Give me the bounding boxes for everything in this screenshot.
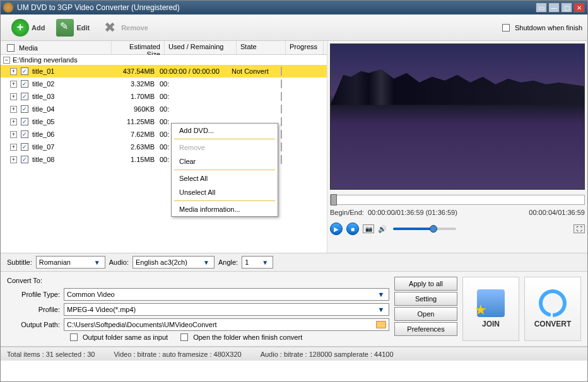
- profile-type-label: Profile Type:: [7, 291, 64, 298]
- timeline-handle[interactable]: [331, 194, 337, 205]
- expand-icon[interactable]: +: [10, 93, 17, 100]
- maximize-button[interactable]: ▢: [561, 3, 572, 13]
- item-title: title_07: [31, 143, 107, 151]
- begin-end-value: 00:00:00/01:36:59 (01:36:59): [368, 209, 457, 216]
- status-video: Video : bitrate : auto framesize : 480X3…: [114, 350, 241, 358]
- options-bar: Subtitle: Romanian▼ Audio: English ac3(2…: [1, 253, 587, 272]
- menu-unselect-all[interactable]: Unselect All: [172, 185, 278, 199]
- item-progress: [281, 67, 319, 75]
- edit-button[interactable]: Edit: [50, 17, 95, 38]
- checkbox-icon[interactable]: ✓: [21, 143, 28, 151]
- window-title: UM DVD to 3GP Video Converter (Unregiste…: [17, 3, 536, 12]
- subtitle-select[interactable]: Romanian▼: [36, 256, 105, 269]
- item-title: title_04: [31, 105, 107, 113]
- audio-label: Audio:: [109, 258, 129, 266]
- close-button[interactable]: ✕: [573, 3, 585, 13]
- item-size: 11.25MB: [107, 118, 160, 125]
- media-header: Media Estimated Size Used / Remaining St…: [1, 41, 327, 55]
- angle-select[interactable]: 1▼: [242, 256, 273, 269]
- media-tree[interactable]: − E:\finding neverlands +✓title_01437.54…: [1, 55, 327, 253]
- item-progress: [281, 80, 319, 88]
- expand-icon[interactable]: +: [10, 144, 17, 151]
- item-size: 3.32MB: [107, 80, 160, 88]
- volume-slider[interactable]: [393, 228, 456, 230]
- chevron-down-icon: ▼: [376, 306, 386, 313]
- apply-all-button[interactable]: Apply to all: [394, 277, 457, 291]
- status-audio: Audio : bitrate : 128000 samplerate : 44…: [261, 350, 394, 358]
- item-title: title_03: [31, 93, 107, 100]
- item-title: title_05: [31, 118, 107, 125]
- col-used[interactable]: Used / Remaining: [165, 41, 237, 54]
- add-button[interactable]: + Add: [6, 17, 50, 38]
- profile-type-select[interactable]: Common Video▼: [64, 288, 389, 301]
- item-progress: [281, 118, 319, 125]
- expand-icon[interactable]: +: [10, 68, 17, 75]
- menu-select-all[interactable]: Select All: [172, 171, 278, 185]
- menu-add-dvd[interactable]: Add DVD...: [172, 124, 278, 137]
- checkbox-icon[interactable]: ✓: [21, 105, 28, 113]
- item-progress: [281, 156, 319, 163]
- item-title: title_01: [31, 67, 107, 75]
- tree-item[interactable]: +✓title_031.70MB00:: [1, 90, 327, 103]
- output-path-field[interactable]: C:\Users\Softpedia\Documents\UMVideoConv…: [64, 318, 389, 331]
- status-items: Total items : 31 selected : 30: [7, 350, 95, 358]
- checkbox-icon[interactable]: ✓: [21, 67, 28, 75]
- same-as-input-checkbox[interactable]: Output folder same as input: [68, 333, 168, 341]
- timeline-slider[interactable]: [330, 195, 585, 205]
- menu-clear[interactable]: Clear: [172, 154, 278, 168]
- tree-item[interactable]: +✓title_023.32MB00:: [1, 78, 327, 90]
- shutdown-label: Shutdown when finish: [515, 24, 582, 32]
- output-path-label: Output Path:: [7, 321, 64, 328]
- join-button[interactable]: JOIN: [462, 277, 519, 341]
- checkbox-icon[interactable]: ✓: [21, 156, 28, 163]
- checkbox-icon[interactable]: ✓: [21, 118, 28, 125]
- item-progress: [281, 130, 319, 138]
- remove-button[interactable]: ✖ Remove: [95, 17, 154, 38]
- collapse-icon[interactable]: −: [3, 57, 10, 64]
- snapshot-button[interactable]: 📷: [363, 224, 374, 233]
- checkbox-icon[interactable]: ✓: [21, 80, 28, 88]
- expand-icon[interactable]: +: [10, 156, 17, 163]
- edit-label: Edit: [76, 24, 90, 32]
- stop-button[interactable]: ■: [346, 223, 359, 235]
- play-button[interactable]: ▶: [330, 223, 343, 235]
- checkbox-icon[interactable]: ✓: [21, 130, 28, 138]
- expand-icon[interactable]: +: [10, 131, 17, 138]
- preferences-button[interactable]: Preferences: [394, 322, 457, 336]
- setting-button[interactable]: Setting: [394, 292, 457, 306]
- fullscreen-button[interactable]: ⛶: [573, 224, 585, 233]
- tree-item[interactable]: +✓title_04960KB00:: [1, 103, 327, 115]
- col-size[interactable]: Estimated Size: [112, 41, 165, 54]
- profile-select[interactable]: MPEG-4 Video(*.mp4)▼: [64, 303, 389, 316]
- expand-icon[interactable]: +: [10, 81, 17, 88]
- col-media[interactable]: Media: [1, 41, 112, 54]
- col-progress[interactable]: Progress: [286, 41, 324, 54]
- subtitle-label: Subtitle:: [7, 258, 32, 266]
- preview-pane: Begin/End: 00:00:00/01:36:59 (01:36:59) …: [327, 41, 587, 253]
- volume-icon[interactable]: 🔊: [378, 225, 387, 233]
- chevron-down-icon: ▼: [376, 291, 386, 298]
- shutdown-checkbox[interactable]: Shutdown when finish: [500, 24, 582, 32]
- tree-root[interactable]: − E:\finding neverlands: [1, 55, 327, 65]
- checkbox-icon[interactable]: ✓: [21, 93, 28, 100]
- profile-label: Profile:: [7, 306, 64, 313]
- folder-icon[interactable]: [376, 321, 386, 328]
- tree-item[interactable]: +✓title_01437.54MB00:00:00 / 00:00:00Not…: [1, 65, 327, 78]
- expand-icon[interactable]: +: [10, 106, 17, 113]
- item-size: 7.62MB: [107, 130, 160, 138]
- open-when-finish-checkbox[interactable]: Open the folder when finish convert: [178, 333, 302, 341]
- menu-media-info[interactable]: Media information...: [172, 202, 278, 216]
- checkbox-icon: [502, 24, 510, 32]
- chevron-down-icon: ▼: [260, 259, 270, 266]
- convert-button[interactable]: CONVERT: [524, 277, 581, 341]
- audio-select[interactable]: English ac3(2ch)▼: [132, 256, 215, 269]
- expand-icon[interactable]: +: [10, 119, 17, 125]
- tray-button[interactable]: ▭: [536, 3, 547, 13]
- open-button[interactable]: Open: [394, 307, 457, 321]
- begin-end-label: Begin/End:: [330, 209, 364, 216]
- video-preview[interactable]: [330, 43, 585, 190]
- convert-heading: Convert To:: [7, 277, 389, 284]
- col-state[interactable]: State: [237, 41, 286, 54]
- minimize-button[interactable]: —: [548, 3, 560, 13]
- volume-thumb[interactable]: [430, 225, 437, 233]
